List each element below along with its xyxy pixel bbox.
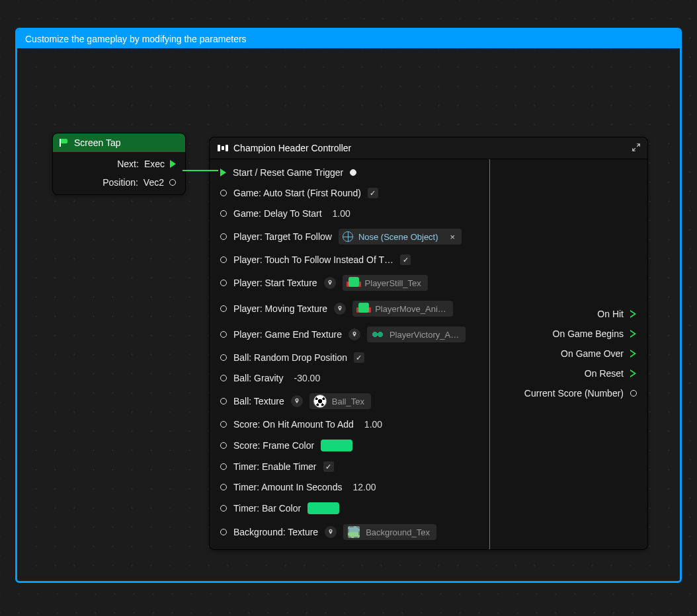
in-start-reset[interactable]: Start / Reset Game Trigger (220, 167, 479, 178)
color-swatch[interactable] (308, 502, 339, 514)
in-timer-bar-color[interactable]: Timer: Bar Color (220, 502, 479, 514)
in-timer-amount[interactable]: Timer: Amount In Seconds 12.00 (220, 482, 479, 492)
sprite-thumb-icon (347, 277, 360, 289)
instruction-panel: Customize the gameplay by modifying the … (15, 28, 682, 583)
in-game-end-texture[interactable]: Player: Game End Texture PlayerVictory_A… (220, 327, 479, 342)
screen-tap-node[interactable]: Screen Tap Next: Exec Position: Vec2 (52, 133, 186, 195)
number-value[interactable]: 1.00 (364, 419, 382, 430)
exec-in-port-icon[interactable] (220, 169, 226, 176)
pin-icon[interactable] (291, 395, 303, 407)
in-touch-to-follow[interactable]: Player: Touch To Follow Instead Of T… (220, 254, 479, 265)
pin-icon[interactable] (334, 303, 346, 315)
in-delay-to-start[interactable]: Game: Delay To Start 1.00 (220, 208, 479, 219)
in-ball-random-drop[interactable]: Ball: Random Drop Position (220, 352, 479, 363)
data-port-icon[interactable] (220, 505, 227, 512)
clear-chip-icon[interactable]: × (450, 232, 456, 242)
out-on-game-over[interactable]: On Game Over (498, 348, 637, 359)
data-port-icon[interactable] (220, 354, 227, 361)
ball-thumb-icon (313, 395, 327, 408)
data-port-icon[interactable] (220, 463, 227, 470)
data-port-icon[interactable] (220, 484, 227, 490)
texture-chip[interactable]: Ball_Tex (309, 393, 371, 409)
in-ball-texture[interactable]: Ball: Texture Ball_Tex (220, 393, 479, 409)
in-moving-texture[interactable]: Player: Moving Texture PlayerMove_Ani… (220, 301, 479, 317)
number-value[interactable]: -30.00 (294, 373, 320, 383)
exec-out-port-icon[interactable] (630, 330, 637, 338)
script-icon (218, 145, 228, 151)
data-port-icon[interactable] (220, 305, 227, 312)
sprite-thumb-icon (371, 328, 384, 340)
data-port-icon[interactable] (220, 331, 227, 338)
in-auto-start[interactable]: Game: Auto Start (First Round) (220, 188, 479, 198)
in-score-on-hit[interactable]: Score: On Hit Amount To Add 1.00 (220, 419, 479, 430)
data-port-icon[interactable] (220, 442, 227, 449)
exec-out-port-icon[interactable] (630, 369, 637, 377)
texture-chip[interactable]: PlayerStill_Tex (343, 275, 428, 291)
texture-chip[interactable]: Background_Tex (343, 524, 436, 540)
out-on-game-begins[interactable]: On Game Begins (498, 328, 637, 339)
data-port-icon[interactable] (220, 280, 227, 286)
champion-title: Champion Header Controller (233, 143, 351, 153)
screen-tap-title: Screen Tap (74, 137, 121, 148)
color-swatch[interactable] (321, 440, 352, 451)
next-type: Exec (144, 159, 165, 169)
number-value[interactable]: 1.00 (333, 208, 350, 219)
flag-icon (60, 139, 69, 147)
out-on-hit[interactable]: On Hit (498, 309, 637, 319)
position-type: Vec2 (144, 177, 164, 188)
panel-body: Screen Tap Next: Exec Position: Vec2 Cha… (17, 48, 680, 581)
data-port-icon[interactable] (220, 398, 227, 404)
pin-icon[interactable] (325, 526, 337, 538)
in-timer-enable[interactable]: Timer: Enable Timer (220, 461, 479, 472)
screen-tap-position-output[interactable]: Position: Vec2 (62, 177, 176, 188)
texture-chip[interactable]: PlayerMove_Ani… (352, 301, 453, 317)
exec-port-icon[interactable] (170, 160, 176, 168)
screen-tap-header[interactable]: Screen Tap (53, 134, 185, 152)
background-thumb-icon (348, 526, 360, 538)
data-port-icon[interactable] (220, 421, 227, 428)
checkbox[interactable] (323, 461, 334, 472)
champion-header[interactable]: Champion Header Controller (210, 137, 647, 159)
sprite-thumb-icon (356, 303, 370, 315)
vec2-port-icon[interactable] (169, 179, 176, 186)
texture-chip[interactable]: PlayerVictory_A… (367, 327, 466, 342)
position-label: Position: (102, 177, 138, 188)
panel-title: Customize the gameplay by modifying the … (25, 30, 247, 48)
panel-header: Customize the gameplay by modifying the … (17, 30, 680, 48)
number-value[interactable]: 12.00 (352, 482, 376, 492)
checkbox[interactable] (368, 188, 378, 198)
data-port-icon[interactable] (220, 190, 227, 196)
data-port-icon[interactable] (220, 375, 227, 381)
data-port-icon[interactable] (220, 256, 227, 263)
pin-icon[interactable] (324, 277, 336, 289)
checkbox[interactable] (354, 352, 364, 363)
in-target-to-follow[interactable]: Player: Target To Follow Nose (Scene Obj… (220, 229, 479, 245)
next-label: Next: (117, 159, 139, 169)
pin-icon[interactable] (348, 328, 360, 340)
in-ball-gravity[interactable]: Ball: Gravity -30.00 (220, 373, 479, 383)
in-start-texture[interactable]: Player: Start Texture PlayerStill_Tex (220, 275, 479, 291)
screen-tap-next-output[interactable]: Next: Exec (62, 159, 176, 169)
in-background-texture[interactable]: Background: Texture Background_Tex (220, 524, 479, 540)
data-out-port-icon[interactable] (630, 390, 637, 397)
trigger-dot-icon (350, 169, 356, 176)
in-score-frame-color[interactable]: Score: Frame Color (220, 440, 479, 451)
data-port-icon[interactable] (220, 529, 227, 535)
out-on-reset[interactable]: On Reset (498, 368, 637, 379)
globe-icon (343, 231, 353, 242)
exec-out-port-icon[interactable] (630, 310, 637, 318)
data-port-icon[interactable] (220, 233, 227, 240)
champion-node[interactable]: Champion Header Controller Start / Reset… (209, 137, 648, 550)
exec-out-port-icon[interactable] (630, 350, 637, 358)
scene-object-chip[interactable]: Nose (Scene Object) × (339, 229, 462, 245)
checkbox[interactable] (400, 254, 411, 265)
data-port-icon[interactable] (220, 210, 227, 217)
expand-icon[interactable] (632, 143, 641, 154)
out-current-score[interactable]: Current Score (Number) (498, 388, 637, 399)
